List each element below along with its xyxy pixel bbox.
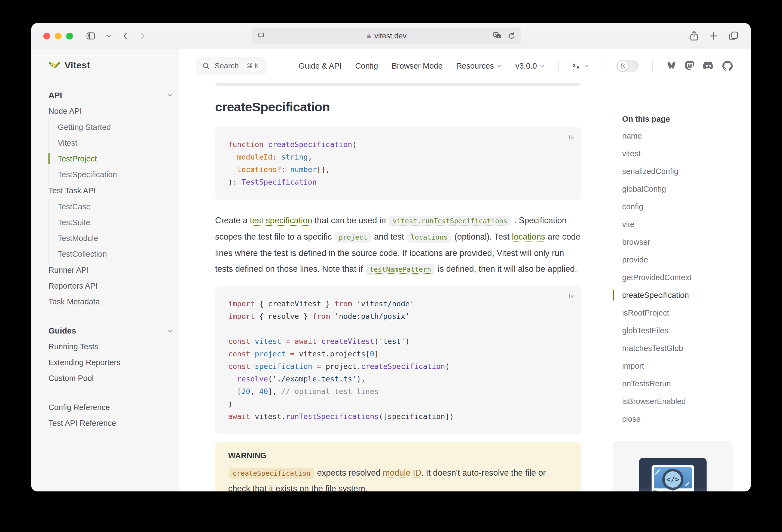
doc-article: createSpecification ts function createSp… bbox=[215, 83, 581, 491]
inline-code-link[interactable]: vitest.runTestSpecifications bbox=[389, 216, 511, 226]
sidebar-item-testcase[interactable]: TestCase bbox=[58, 199, 176, 215]
reader-view-icon[interactable] bbox=[257, 32, 265, 40]
outline-item-browser[interactable]: browser bbox=[622, 233, 734, 251]
inline-code: createSpecification bbox=[229, 468, 314, 478]
site-header: Search ⌘ K Guide & API Config Browser Mo… bbox=[179, 49, 751, 83]
minimize-window-button[interactable] bbox=[55, 33, 62, 39]
github-icon[interactable] bbox=[722, 61, 733, 71]
address-bar[interactable]: vitest.dev Ax bbox=[252, 28, 521, 44]
warning-callout: WARNING createSpecification expects reso… bbox=[215, 442, 581, 491]
theme-toggle[interactable] bbox=[616, 60, 639, 72]
sidebar-section-api[interactable]: API bbox=[48, 87, 176, 103]
sidebar-item-test-api-reference[interactable]: Test API Reference bbox=[48, 415, 176, 431]
inline-code-link[interactable]: testNamePattern bbox=[366, 264, 434, 275]
code-block-signature[interactable]: ts function createSpecification( moduleI… bbox=[215, 127, 581, 200]
sidebar-item-config-reference[interactable]: Config Reference bbox=[48, 399, 176, 415]
code-block-example[interactable]: ts import { createVitest } from 'vitest/… bbox=[215, 286, 581, 434]
sidebar-item-testspecification[interactable]: TestSpecification bbox=[58, 167, 176, 182]
sidebar-item-running-tests[interactable]: Running Tests bbox=[48, 339, 176, 354]
outline-item-provide[interactable]: provide bbox=[622, 251, 734, 269]
nav-link-guide-api[interactable]: Guide & API bbox=[299, 62, 342, 71]
outline-item-createspecification[interactable]: createSpecification bbox=[622, 286, 734, 304]
discord-icon[interactable] bbox=[703, 61, 714, 71]
sidebar-toggle-icon bbox=[86, 31, 96, 41]
sidebar-section-api-label: API bbox=[48, 87, 62, 103]
sidebar-item-getting-started[interactable]: Getting Started bbox=[58, 119, 176, 135]
outline-item-globtestfiles[interactable]: globTestFiles bbox=[622, 322, 734, 340]
sidebar-item-runner-api[interactable]: Runner API bbox=[48, 262, 176, 278]
outline-item-getprovidedcontext[interactable]: getProvidedContext bbox=[622, 269, 734, 286]
bluesky-icon[interactable] bbox=[666, 61, 677, 71]
outline-item-isrootproject[interactable]: isRootProject bbox=[622, 304, 734, 322]
warning-text: createSpecification expects resolved mod… bbox=[228, 465, 568, 491]
outline-item-config[interactable]: config bbox=[622, 198, 734, 216]
sponsor-ad-card[interactable]: </> bbox=[613, 441, 733, 491]
sidebar-item-reporters-api[interactable]: Reporters API bbox=[48, 278, 176, 294]
sidebar-item-vitest[interactable]: Vitest bbox=[58, 135, 176, 151]
warning-title: WARNING bbox=[228, 450, 568, 461]
social-links bbox=[666, 61, 733, 71]
search-icon bbox=[202, 62, 210, 70]
outline-item-import[interactable]: import bbox=[622, 357, 734, 375]
sidebar-item-testmodule[interactable]: TestModule bbox=[58, 230, 176, 246]
sidebar-item-testproject[interactable]: TestProject bbox=[58, 151, 176, 167]
sidebar-toggle-button[interactable] bbox=[84, 30, 97, 42]
sidebar-item-extending-reporters[interactable]: Extending Reporters bbox=[48, 354, 176, 370]
header-divider bbox=[652, 60, 653, 72]
nav-dropdown-version[interactable]: v3.0.0 bbox=[516, 62, 545, 71]
share-icon[interactable] bbox=[689, 31, 699, 41]
inline-link[interactable]: locations bbox=[512, 232, 545, 242]
back-button[interactable] bbox=[119, 30, 132, 42]
browser-window: vitest.dev Ax bbox=[31, 23, 751, 491]
sidebar-item-test-task-api[interactable]: Test Task API bbox=[48, 183, 176, 199]
svg-text:x: x bbox=[498, 35, 499, 38]
sidebar-menu-chevron[interactable] bbox=[103, 30, 115, 42]
outline-item-name[interactable]: name bbox=[622, 127, 734, 145]
mastodon-icon[interactable] bbox=[685, 61, 695, 71]
outline-item-close[interactable]: close bbox=[622, 410, 734, 428]
nav-link-browser-mode[interactable]: Browser Mode bbox=[392, 62, 442, 71]
sidebar-divider bbox=[48, 80, 176, 81]
outline-item-matchestestglob[interactable]: matchesTestGlob bbox=[622, 340, 734, 357]
lock-icon bbox=[366, 33, 372, 39]
inline-link[interactable]: module ID bbox=[383, 468, 421, 477]
reload-icon[interactable] bbox=[507, 32, 516, 40]
outline-item-globalconfig[interactable]: globalConfig bbox=[622, 180, 734, 198]
svg-text:ẋ: ẋ bbox=[573, 62, 576, 68]
inline-link[interactable]: test specification bbox=[250, 216, 312, 225]
chevron-down-icon bbox=[167, 92, 173, 99]
description-paragraph: Create a test specification that can be … bbox=[215, 213, 581, 277]
code-signature-body: function createSpecification( moduleId: … bbox=[228, 138, 568, 188]
sidebar-item-testsuite[interactable]: TestSuite bbox=[58, 215, 176, 230]
nav-dropdown-resources[interactable]: Resources bbox=[456, 62, 502, 71]
chevron-down-icon bbox=[106, 33, 112, 39]
sidebar-item-custom-pool[interactable]: Custom Pool bbox=[48, 370, 176, 386]
new-tab-icon[interactable] bbox=[709, 31, 718, 41]
chevron-down-icon bbox=[167, 327, 173, 334]
chevron-left-icon bbox=[121, 32, 129, 40]
sun-icon bbox=[619, 63, 626, 69]
outline-item-vitest[interactable]: vitest bbox=[622, 145, 734, 163]
search-input[interactable]: Search ⌘ K bbox=[196, 57, 266, 75]
sidebar-item-testcollection[interactable]: TestCollection bbox=[58, 246, 176, 262]
page-title: createSpecification bbox=[215, 99, 581, 114]
browser-toolbar: vitest.dev Ax bbox=[31, 23, 751, 49]
sidebar-item-task-metadata[interactable]: Task Metadata bbox=[48, 294, 176, 310]
chevron-right-icon bbox=[139, 32, 147, 40]
forward-button[interactable] bbox=[136, 30, 149, 42]
header-divider bbox=[603, 60, 603, 72]
outline-item-serializedconfig[interactable]: serializedConfig bbox=[622, 163, 734, 180]
sidebar-section-guides[interactable]: Guides bbox=[48, 323, 176, 339]
translate-icon[interactable]: Ax bbox=[493, 32, 503, 40]
translate-icon: ẋA bbox=[572, 62, 581, 70]
nav-link-config[interactable]: Config bbox=[355, 62, 378, 71]
outline-item-ontestsrerun[interactable]: onTestsRerun bbox=[622, 375, 734, 393]
zoom-window-button[interactable] bbox=[66, 33, 73, 39]
tab-overview-icon[interactable] bbox=[728, 31, 739, 41]
sidebar-item-node-api[interactable]: Node API bbox=[48, 103, 176, 119]
vitest-logo[interactable]: Vitest bbox=[48, 56, 176, 74]
outline-item-vite[interactable]: vite bbox=[622, 216, 734, 233]
language-selector[interactable]: ẋA bbox=[572, 62, 589, 70]
close-window-button[interactable] bbox=[43, 33, 50, 39]
outline-item-isbrowserenabled[interactable]: isBrowserEnabled bbox=[622, 393, 734, 410]
